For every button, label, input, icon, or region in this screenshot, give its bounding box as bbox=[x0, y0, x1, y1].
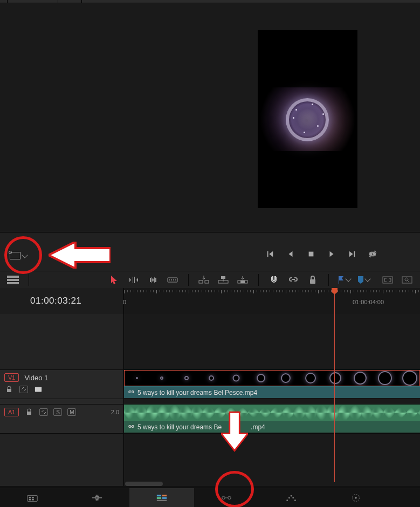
svg-point-7 bbox=[173, 279, 174, 280]
svg-point-6 bbox=[171, 279, 172, 280]
chevron-down-icon bbox=[345, 276, 351, 282]
video-track-badge[interactable]: V1 bbox=[4, 373, 19, 382]
video-track-name: Video 1 bbox=[24, 374, 48, 382]
detail-zoom[interactable] bbox=[400, 273, 415, 286]
overwrite-clip-button[interactable] bbox=[216, 273, 231, 286]
svg-rect-27 bbox=[32, 498, 34, 500]
track-divider-content bbox=[124, 399, 420, 404]
svg-rect-15 bbox=[310, 279, 315, 284]
viewer-canvas[interactable] bbox=[258, 30, 357, 208]
full-extent-zoom[interactable] bbox=[380, 273, 395, 286]
svg-point-42 bbox=[355, 497, 357, 499]
last-frame-button[interactable] bbox=[348, 250, 356, 258]
media-page-tab[interactable] bbox=[0, 488, 65, 507]
page-tabs bbox=[0, 488, 420, 507]
svg-rect-32 bbox=[162, 497, 167, 499]
play-button[interactable] bbox=[327, 250, 336, 258]
replace-clip-button[interactable] bbox=[235, 273, 250, 286]
video-frame bbox=[258, 87, 357, 151]
svg-rect-33 bbox=[157, 499, 167, 501]
timeline-tracks: V1 Video 1 5 ways to kill your dreams Be… bbox=[0, 314, 420, 487]
annotation-circle bbox=[4, 236, 42, 274]
position-lock-toggle[interactable] bbox=[305, 273, 320, 286]
empty-track-area[interactable] bbox=[124, 434, 420, 486]
linked-selection-toggle[interactable] bbox=[286, 273, 301, 286]
horizontal-scrollbar[interactable] bbox=[125, 482, 163, 486]
first-frame-button[interactable] bbox=[266, 250, 274, 258]
audio-track-header[interactable]: A1 S M 2.0 bbox=[0, 405, 124, 433]
divider bbox=[25, 273, 32, 286]
svg-rect-24 bbox=[29, 497, 31, 498]
ruler-label: 01:00:04:00 bbox=[353, 299, 384, 305]
auto-select-button[interactable] bbox=[39, 408, 48, 416]
audio-clip-title-bar[interactable]: 5 ways to kill your dreams Be .mp4 bbox=[124, 421, 420, 433]
divider bbox=[254, 273, 262, 286]
svg-point-36 bbox=[286, 499, 288, 501]
timeline-view-options[interactable] bbox=[5, 273, 20, 286]
snapping-toggle[interactable] bbox=[266, 273, 281, 286]
annotation-circle bbox=[215, 471, 254, 507]
flag-button[interactable] bbox=[336, 273, 352, 286]
solo-button[interactable]: S bbox=[53, 408, 62, 416]
svg-rect-20 bbox=[35, 387, 42, 392]
blade-tool[interactable] bbox=[165, 273, 180, 286]
svg-point-38 bbox=[291, 495, 292, 496]
mute-button[interactable]: M bbox=[67, 408, 76, 416]
video-track-header[interactable]: V1 Video 1 bbox=[0, 370, 124, 399]
audio-clip-title-left: 5 ways to kill your dreams Be bbox=[137, 423, 222, 431]
svg-rect-0 bbox=[309, 252, 314, 257]
svg-rect-23 bbox=[27, 495, 37, 501]
svg-point-39 bbox=[292, 497, 294, 498]
timeline-ruler: 01:00:03:21 0 01:00:04:00 bbox=[0, 288, 420, 314]
selection-tool[interactable] bbox=[107, 273, 122, 286]
timecode-display[interactable]: 01:00:03:21 bbox=[0, 288, 124, 314]
edit-page-tab[interactable] bbox=[129, 488, 194, 507]
marker-button[interactable] bbox=[356, 273, 371, 286]
svg-rect-10 bbox=[205, 280, 209, 283]
video-track[interactable]: 5 ways to kill your dreams Bel Pesce.mp4 bbox=[124, 370, 420, 399]
svg-rect-25 bbox=[32, 497, 34, 498]
fairlight-page-tab[interactable] bbox=[323, 488, 388, 507]
playhead[interactable] bbox=[334, 288, 335, 482]
audio-track[interactable]: 5 ways to kill your dreams Be .mp4 bbox=[124, 405, 420, 433]
insert-clip-button[interactable] bbox=[196, 273, 211, 286]
svg-rect-30 bbox=[162, 495, 167, 496]
loop-button[interactable] bbox=[368, 250, 377, 258]
stop-button[interactable] bbox=[307, 250, 315, 258]
track-gap[interactable] bbox=[124, 314, 420, 369]
svg-rect-26 bbox=[29, 498, 31, 500]
reverse-play-button[interactable] bbox=[286, 250, 295, 258]
svg-rect-1 bbox=[7, 276, 19, 278]
video-clip-title-bar[interactable]: 5 ways to kill your dreams Bel Pesce.mp4 bbox=[124, 386, 420, 398]
ruler-label: 0 bbox=[123, 299, 126, 305]
viewer bbox=[0, 3, 420, 232]
audio-track-badge[interactable]: A1 bbox=[4, 408, 19, 416]
link-icon bbox=[128, 424, 134, 430]
auto-select-button[interactable] bbox=[19, 386, 28, 393]
svg-point-5 bbox=[169, 279, 170, 280]
track-lock-button[interactable] bbox=[4, 385, 14, 394]
ruler-track[interactable]: 0 01:00:04:00 bbox=[124, 288, 420, 314]
audio-clip[interactable] bbox=[124, 405, 420, 421]
track-gap-header bbox=[0, 314, 124, 369]
dynamic-trim-tool[interactable] bbox=[146, 273, 161, 286]
svg-rect-29 bbox=[157, 495, 161, 496]
svg-point-37 bbox=[288, 497, 290, 498]
current-timecode: 01:00:03:21 bbox=[30, 296, 81, 306]
svg-rect-21 bbox=[27, 412, 31, 415]
track-enable-button[interactable] bbox=[33, 385, 43, 394]
color-page-tab[interactable] bbox=[259, 488, 323, 507]
edit-toolbar bbox=[0, 271, 420, 288]
empty-header bbox=[0, 434, 124, 486]
divider bbox=[184, 273, 192, 286]
trim-tool[interactable] bbox=[126, 273, 141, 286]
cut-page-tab[interactable] bbox=[65, 488, 129, 507]
svg-rect-9 bbox=[199, 280, 203, 283]
divider bbox=[325, 273, 332, 286]
chevron-down-icon bbox=[364, 276, 370, 282]
video-clip-title: 5 ways to kill your dreams Bel Pesce.mp4 bbox=[137, 389, 257, 396]
transport-controls bbox=[266, 250, 377, 258]
track-lock-button[interactable] bbox=[24, 408, 34, 416]
video-clip[interactable] bbox=[124, 370, 420, 386]
audio-clip-title-right: .mp4 bbox=[251, 423, 265, 431]
